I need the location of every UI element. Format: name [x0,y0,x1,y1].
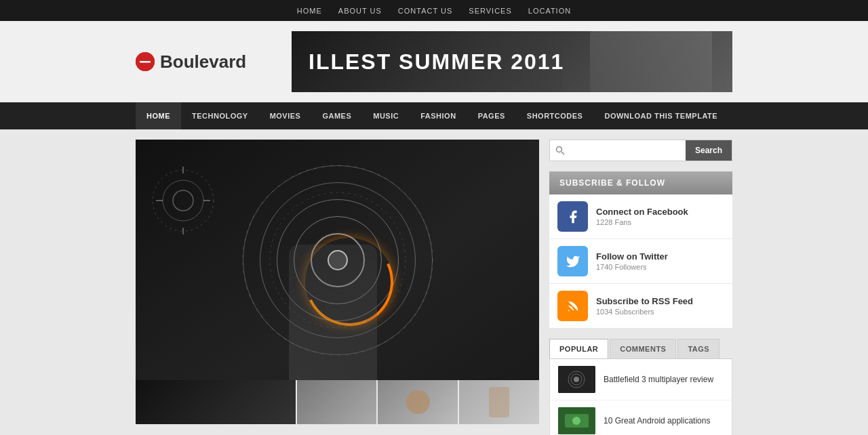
main-navigation: HOMETECHNOLOGYMOVIESGAMESMUSICFASHIONPAG… [0,102,868,129]
article-list: Battlefield 3 multiplayer review 10 Grea… [549,359,732,435]
svg-point-17 [574,377,579,382]
hand-shape [289,245,377,380]
topnav-item-contact-us[interactable]: CONTACT US [398,7,453,15]
tab-comments[interactable]: COMMENTS [610,339,676,358]
topnav-item-services[interactable]: SERVICES [469,7,511,15]
social-links: Connect on Facebook 1228 Fans Follow on … [549,194,732,329]
site-header: Boulevard ILLEST SUMMER 2011 [0,21,868,102]
facebook-icon [557,201,588,232]
svg-point-20 [572,417,580,425]
article-title-1: Battlefield 3 multiplayer review [604,374,713,386]
article-thumb-1 [558,366,595,393]
svg-line-12 [561,152,564,154]
mainnav-item-technology[interactable]: TECHNOLOGY [181,102,259,129]
hero-image [136,140,539,380]
mainnav-item-music[interactable]: MUSIC [362,102,410,129]
mainnav-item-pages[interactable]: PAGES [467,102,516,129]
mainnav-item-fashion[interactable]: FASHION [410,102,467,129]
twitter-link[interactable]: Follow on Twitter 1740 Followers [549,239,732,284]
mainnav-item-shortcodes[interactable]: SHORTCODES [516,102,594,129]
thumb-3[interactable] [459,380,539,424]
twitter-label: Follow on Twitter [596,251,668,262]
sidebar: Search SUBSCRIBE & FOLLOW Connect on Fac… [549,140,732,435]
thumb-main[interactable] [136,380,296,424]
mainnav-item-games[interactable]: GAMES [311,102,362,129]
article-thumb-2 [558,407,595,434]
thumbnail-strip [136,380,539,424]
deco-rings [149,160,217,241]
site-logo[interactable]: Boulevard [136,51,271,72]
rss-count: 1034 Subscribers [596,308,693,316]
article-title-2: 10 Great Android applications [604,415,710,427]
twitter-icon [557,246,588,276]
table-row[interactable]: Battlefield 3 multiplayer review [550,359,732,400]
topnav-item-about-us[interactable]: ABOUT US [338,7,382,15]
facebook-count: 1228 Fans [596,218,688,226]
rss-label: Subscribe to RSS Feed [596,296,693,306]
top-navigation: HOMEABOUT USCONTACT USSERVICESLOCATION [0,0,868,21]
thumb-2[interactable] [378,380,458,424]
mainnav-item-download-this-template[interactable]: DOWNLOAD THIS TEMPLATE [593,102,728,129]
tab-bar: POPULAR COMMENTS TAGS [549,339,732,359]
tab-popular[interactable]: POPULAR [549,339,608,358]
search-button[interactable]: Search [686,140,732,161]
rss-link[interactable]: Subscribe to RSS Feed 1034 Subscribers [549,284,732,329]
twitter-text: Follow on Twitter 1740 Followers [596,251,668,271]
topnav-item-location[interactable]: LOCATION [528,7,571,15]
facebook-link[interactable]: Connect on Facebook 1228 Fans [549,194,732,239]
rss-icon [557,291,588,321]
topnav-item-home[interactable]: HOME [297,7,322,15]
main-column [136,140,539,435]
svg-point-13 [568,310,569,311]
mainnav-item-movies[interactable]: MOVIES [259,102,312,129]
twitter-count: 1740 Followers [596,263,668,271]
banner: ILLEST SUMMER 2011 [292,31,732,92]
mainnav-item-home[interactable]: HOME [136,102,181,129]
rss-text: Subscribe to RSS Feed 1034 Subscribers [596,296,693,316]
svg-point-10 [173,190,193,211]
table-row[interactable]: 10 Great Android applications [550,400,732,435]
logo-icon [136,52,155,71]
svg-point-11 [557,147,562,152]
search-input[interactable] [570,140,686,161]
svg-point-0 [136,52,155,71]
thumb-1[interactable] [297,380,377,424]
logo-text: Boulevard [160,51,246,72]
svg-point-9 [163,180,203,221]
tab-tags[interactable]: TAGS [677,339,719,358]
search-icon [555,146,565,155]
facebook-text: Connect on Facebook 1228 Fans [596,207,688,226]
search-icon-wrap [550,140,570,161]
svg-rect-1 [140,61,151,63]
subscribe-title: SUBSCRIBE & FOLLOW [549,171,732,194]
content-wrapper: Search SUBSCRIBE & FOLLOW Connect on Fac… [0,129,868,435]
banner-text: ILLEST SUMMER 2011 [309,49,564,75]
facebook-label: Connect on Facebook [596,207,688,217]
search-box[interactable]: Search [549,140,732,161]
